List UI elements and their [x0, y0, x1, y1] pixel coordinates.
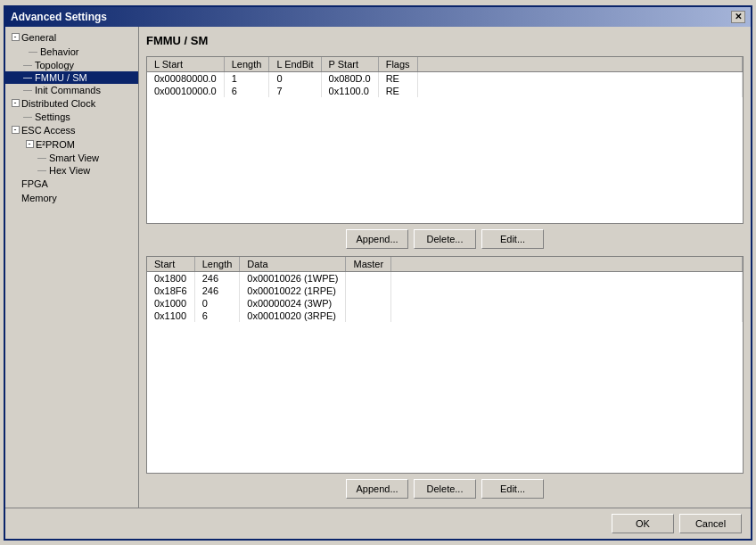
- sidebar-label-hex-view: Hex View: [49, 165, 90, 176]
- upper-delete-button[interactable]: Delete...: [414, 229, 476, 249]
- sidebar-item-topology[interactable]: — Topology: [5, 59, 138, 71]
- lower-cell-master: [346, 297, 391, 310]
- sidebar-item-general[interactable]: - General: [5, 30, 138, 45]
- upper-table-row[interactable]: 0x00080000.0100x080D.0RE: [147, 71, 743, 85]
- lower-cell-master: [346, 272, 391, 285]
- lower-col-data: Data: [240, 257, 346, 272]
- upper-cell-length: 1: [224, 71, 269, 85]
- lower-cell-data: 0x00000024 (3WP): [240, 297, 346, 310]
- lower-table-row[interactable]: 0x18F62460x00010022 (1RPE): [147, 285, 743, 297]
- sidebar-label-behavior: Behavior: [40, 46, 78, 57]
- upper-col-length: Length: [224, 57, 269, 72]
- advanced-settings-window: Advanced Settings ✕ - General — Behavior…: [4, 5, 752, 541]
- lower-edit-button[interactable]: Edit...: [481, 479, 544, 499]
- dash-init: —: [23, 85, 32, 95]
- sidebar-label-settings: Settings: [35, 111, 70, 122]
- upper-cell-flags: RE: [378, 71, 417, 85]
- lower-btn-row: Append... Delete... Edit...: [146, 479, 744, 499]
- window-body: - General — Behavior — Topology — FMMU /…: [5, 27, 751, 508]
- lower-table-row[interactable]: 0x100000x00000024 (3WP): [147, 297, 743, 310]
- upper-cell-l_start: 0x00010000.0: [147, 85, 224, 97]
- upper-table-row[interactable]: 0x00010000.0670x1100.0RE: [147, 85, 743, 97]
- lower-section: Start Length Data Master 0x18002460x0001…: [146, 256, 744, 500]
- upper-append-button[interactable]: Append...: [346, 229, 408, 249]
- ok-button[interactable]: OK: [612, 514, 674, 533]
- lower-delete-button[interactable]: Delete...: [414, 479, 476, 499]
- upper-cell-l_start: 0x00080000.0: [147, 71, 224, 85]
- upper-edit-button[interactable]: Edit...: [481, 229, 544, 249]
- lower-cell-length: 0: [194, 297, 240, 310]
- lower-table: Start Length Data Master 0x18002460x0001…: [146, 256, 744, 473]
- lower-cell-length: 6: [194, 310, 240, 322]
- upper-btn-row: Append... Delete... Edit...: [146, 229, 744, 249]
- lower-cell-length: 246: [194, 272, 240, 285]
- close-button[interactable]: ✕: [731, 11, 745, 23]
- lower-table-row[interactable]: 0x18002460x00010026 (1WPE): [147, 272, 743, 285]
- sidebar-label-esc-access: ESC Access: [21, 125, 76, 136]
- upper-table: L Start Length L EndBit P Start Flags 0x…: [146, 56, 744, 225]
- sidebar-label-memory: Memory: [21, 193, 57, 203]
- sidebar-item-e2prom[interactable]: - E²PROM: [5, 137, 138, 152]
- sidebar-label-fmmu-sm: FMMU / SM: [35, 72, 87, 83]
- sidebar-item-fpga[interactable]: FPGA: [5, 177, 138, 191]
- panel-title: FMMU / SM: [146, 34, 744, 47]
- expander-fpga: [9, 178, 21, 190]
- lower-col-empty: [391, 257, 743, 272]
- lower-cell-data: 0x00010022 (1RPE): [240, 285, 346, 297]
- lower-col-start: Start: [147, 257, 194, 272]
- sidebar-item-behavior[interactable]: — Behavior: [5, 45, 138, 59]
- upper-col-lstart: L Start: [147, 57, 224, 72]
- dash-settings: —: [23, 111, 32, 121]
- main-content: FMMU / SM L Start Length L EndBit P Star…: [139, 27, 751, 508]
- sidebar-item-esc-access[interactable]: - ESC Access: [5, 123, 138, 137]
- sidebar-label-general: General: [21, 32, 56, 43]
- lower-cell-length: 246: [194, 285, 240, 297]
- upper-cell-p_start: 0x1100.0: [321, 85, 378, 97]
- upper-cell-l_endbit: 7: [269, 85, 321, 97]
- lower-cell-start: 0x1100: [147, 310, 194, 322]
- lower-cell-master: [346, 310, 391, 322]
- sidebar-item-settings[interactable]: — Settings: [5, 111, 138, 123]
- sidebar-item-fmmu-sm[interactable]: — FMMU / SM: [5, 71, 138, 84]
- lower-table-row[interactable]: 0x110060x00010020 (3RPE): [147, 310, 743, 322]
- upper-col-lendbit: L EndBit: [269, 57, 321, 72]
- lower-cell-data: 0x00010026 (1WPE): [240, 272, 346, 285]
- lower-cell-master: [346, 285, 391, 297]
- sidebar-label-init-commands: Init Commands: [35, 85, 101, 95]
- sidebar-label-topology: Topology: [35, 60, 74, 70]
- sidebar-item-smart-view[interactable]: — Smart View: [5, 152, 138, 164]
- sidebar-item-distributed-clock[interactable]: - Distributed Clock: [5, 96, 138, 111]
- sidebar-label-e2prom: E²PROM: [36, 139, 75, 150]
- sidebar-item-init-commands[interactable]: — Init Commands: [5, 84, 138, 96]
- window-title: Advanced Settings: [11, 11, 107, 23]
- sidebar: - General — Behavior — Topology — FMMU /…: [5, 27, 139, 508]
- lower-col-length: Length: [194, 257, 240, 272]
- sidebar-item-hex-view[interactable]: — Hex View: [5, 164, 138, 177]
- cancel-button[interactable]: Cancel: [679, 514, 742, 533]
- sidebar-label-distributed-clock: Distributed Clock: [21, 98, 95, 109]
- sidebar-label-smart-view: Smart View: [49, 153, 99, 163]
- upper-cell-p_start: 0x080D.0: [321, 71, 378, 85]
- expander-esc: -: [9, 124, 21, 136]
- lower-cell-start: 0x1800: [147, 272, 194, 285]
- expander-dc: -: [9, 97, 21, 110]
- sidebar-item-memory[interactable]: Memory: [5, 191, 138, 205]
- upper-col-flags: Flags: [378, 57, 417, 72]
- bottom-bar: OK Cancel: [5, 508, 751, 539]
- upper-cell-l_endbit: 0: [269, 71, 321, 85]
- dash-fmmu: —: [23, 72, 32, 82]
- expander-e2prom: -: [23, 138, 36, 151]
- dash-smart: —: [37, 153, 46, 162]
- dash-hex: —: [37, 165, 46, 175]
- lower-cell-start: 0x18F6: [147, 285, 194, 297]
- lower-append-button[interactable]: Append...: [346, 479, 408, 499]
- lower-col-master: Master: [346, 257, 391, 272]
- upper-col-pstart: P Start: [321, 57, 378, 72]
- upper-section: L Start Length L EndBit P Start Flags 0x…: [146, 56, 744, 252]
- lower-cell-data: 0x00010020 (3RPE): [240, 310, 346, 322]
- lower-cell-start: 0x1000: [147, 297, 194, 310]
- upper-col-empty: [417, 57, 742, 72]
- title-bar: Advanced Settings ✕: [5, 7, 751, 27]
- dash-behavior: —: [29, 46, 37, 56]
- upper-cell-flags: RE: [378, 85, 417, 97]
